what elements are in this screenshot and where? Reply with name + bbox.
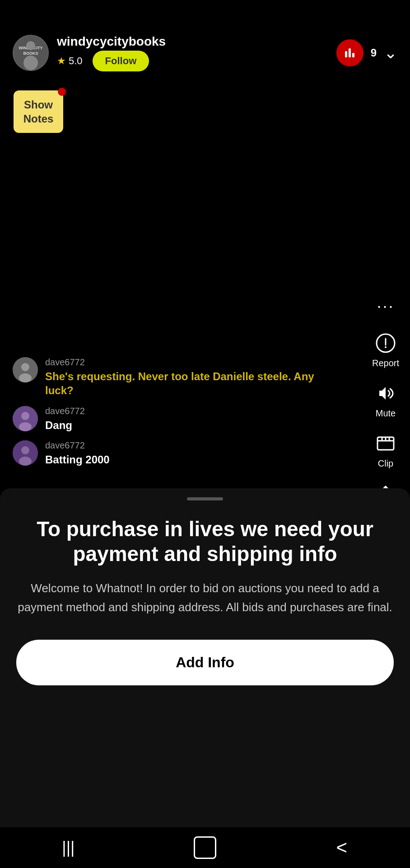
report-icon [373,331,398,355]
home-icon [194,836,216,859]
svg-text:BOOKS: BOOKS [23,51,38,56]
host-header: WINDY CITY BOOKS windycycitybooks ★ 5.0 … [0,27,410,79]
dots-icon: ··· [377,297,394,316]
live-icon [345,48,354,57]
nav-home-button[interactable] [187,834,223,861]
recents-icon: ||| [62,838,75,857]
comment-avatar [13,440,38,466]
chevron-down-icon[interactable]: ⌄ [384,43,397,62]
comment-text: Batting 2000 [45,453,110,467]
comment-content: dave6772 Batting 2000 [45,440,110,467]
svg-point-16 [21,446,29,454]
comment-item: dave6772 Dang [13,406,324,432]
nav-back-button[interactable]: < [324,834,360,861]
comment-avatar [13,357,38,382]
more-icon: ··· [373,294,398,318]
viewer-count: 9 [371,47,377,59]
show-notes-label: Show Notes [23,99,54,125]
add-info-button[interactable]: Add Info [16,640,394,685]
clip-action[interactable]: Clip [373,431,398,469]
comment-item: dave6772 Batting 2000 [13,440,324,467]
comment-text: Dang [45,418,85,432]
notification-dot [58,88,66,96]
mute-icon [373,381,398,406]
svg-point-3 [26,41,35,50]
comment-content: dave6772 Dang [45,406,85,432]
svg-point-17 [19,457,32,466]
live-indicator [336,39,363,66]
bottom-sheet-subtitle: Welcome to Whatnot! In order to bid on a… [16,579,394,617]
comment-content: dave6772 She's requesting. Never too lat… [45,357,324,397]
bottom-sheet: To purchase in lives we need your paymen… [0,488,410,868]
comment-text: She's requesting. Never too late Daniell… [45,369,324,397]
report-label: Report [372,358,399,368]
mute-label: Mute [376,408,396,419]
report-action[interactable]: Report [372,331,399,368]
side-actions: ··· Report Mute [372,294,399,519]
svg-point-11 [19,373,32,382]
star-icon: ★ [57,55,66,67]
clip-icon [373,431,398,456]
rating-value: 5.0 [69,55,83,67]
comment-username: dave6772 [45,357,324,368]
svg-point-4 [23,56,38,70]
svg-point-10 [21,363,29,371]
bottom-nav: ||| < [0,827,410,868]
comment-avatar [13,406,38,431]
follow-button[interactable]: Follow [93,51,149,71]
bottom-sheet-handle[interactable] [187,497,223,500]
more-options[interactable]: ··· [373,294,398,318]
comment-username: dave6772 [45,440,110,451]
host-rating: ★ 5.0 Follow [57,51,328,71]
svg-point-13 [21,412,29,420]
avatar[interactable]: WINDY CITY BOOKS [13,35,49,71]
svg-point-14 [19,422,32,431]
clip-label: Clip [378,458,393,469]
comment-username: dave6772 [45,406,85,416]
back-icon: < [336,837,347,859]
host-info: windycycitybooks ★ 5.0 Follow [57,34,328,71]
svg-point-7 [385,346,387,348]
show-notes-button[interactable]: Show Notes [14,90,63,133]
nav-recents-button[interactable]: ||| [50,834,86,861]
comment-item: dave6772 She's requesting. Never too lat… [13,357,324,397]
comments-section: dave6772 She's requesting. Never too lat… [0,357,336,475]
mute-action[interactable]: Mute [373,381,398,419]
bottom-sheet-title: To purchase in lives we need your paymen… [16,517,394,566]
host-name: windycycitybooks [57,34,328,49]
header-right: 9 ⌄ [336,39,397,66]
